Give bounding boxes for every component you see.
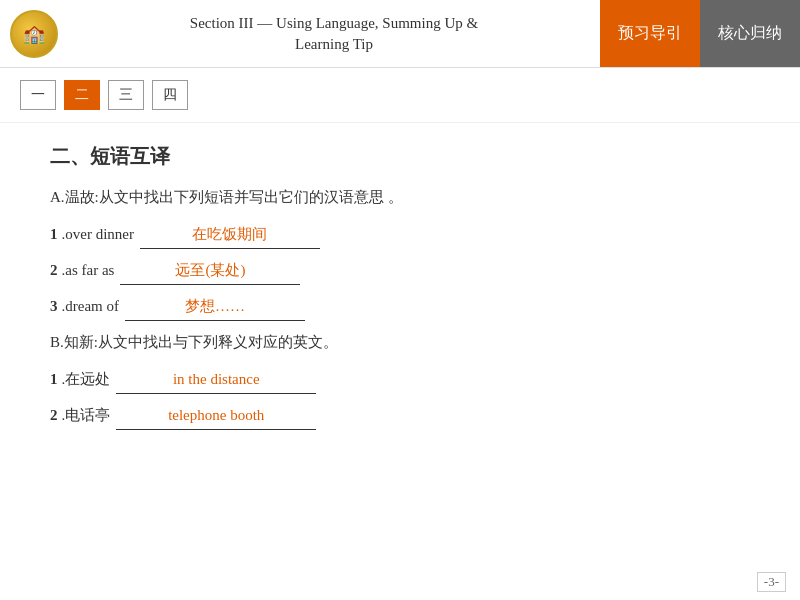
title-line2: Learning Tip bbox=[190, 34, 478, 55]
item-a2-answer: 远至(某处) bbox=[167, 262, 253, 278]
item-b1-prefix: .在远处 bbox=[62, 366, 111, 393]
logo-icon: 🏫 bbox=[10, 10, 58, 58]
page-number: -3- bbox=[757, 572, 786, 592]
exercise-a2: 2 .as far as 远至(某处) bbox=[50, 257, 750, 285]
header-tabs: 预习导引 核心归纳 bbox=[600, 0, 800, 67]
part-a-instruction: A.温故:从文中找出下列短语并写出它们的汉语意思 。 bbox=[50, 184, 750, 211]
nav-btn-4[interactable]: 四 bbox=[152, 80, 188, 110]
nav-btn-3[interactable]: 三 bbox=[108, 80, 144, 110]
item-b2-answer-box: telephone booth bbox=[116, 402, 316, 430]
main-content: 二、短语互译 A.温故:从文中找出下列短语并写出它们的汉语意思 。 1 .ove… bbox=[0, 123, 800, 458]
item-a2-number: 2 bbox=[50, 257, 58, 284]
item-a2-prefix: .as far as bbox=[62, 257, 115, 284]
exercise-b2: 2 .电话亭 telephone booth bbox=[50, 402, 750, 430]
part-b-instruction: B.知新:从文中找出与下列释义对应的英文。 bbox=[50, 329, 750, 356]
header: 🏫 Section III — Using Language, Summing … bbox=[0, 0, 800, 68]
title-line1: Section III — Using Language, Summing Up… bbox=[190, 13, 478, 34]
nav-btn-2[interactable]: 二 bbox=[64, 80, 100, 110]
section-title: 二、短语互译 bbox=[50, 143, 750, 170]
item-b1-number: 1 bbox=[50, 366, 58, 393]
exercise-b1: 1 .在远处 in the distance bbox=[50, 366, 750, 394]
tab-preview[interactable]: 预习导引 bbox=[600, 0, 700, 67]
nav-btn-1[interactable]: 一 bbox=[20, 80, 56, 110]
nav-bar: 一 二 三 四 bbox=[0, 68, 800, 123]
item-b2-number: 2 bbox=[50, 402, 58, 429]
logo: 🏫 bbox=[0, 0, 68, 67]
item-a1-answer: 在吃饭期间 bbox=[184, 226, 275, 242]
item-a1-number: 1 bbox=[50, 221, 58, 248]
exercise-a1: 1 .over dinner 在吃饭期间 bbox=[50, 221, 750, 249]
item-b2-answer: telephone booth bbox=[160, 407, 272, 423]
item-a3-answer: 梦想…… bbox=[177, 298, 253, 314]
item-a1-answer-box: 在吃饭期间 bbox=[140, 221, 320, 249]
item-a2-answer-box: 远至(某处) bbox=[120, 257, 300, 285]
item-b2-prefix: .电话亭 bbox=[62, 402, 111, 429]
header-title: Section III — Using Language, Summing Up… bbox=[68, 0, 600, 67]
item-a3-prefix: .dream of bbox=[62, 293, 119, 320]
item-a1-prefix: .over dinner bbox=[62, 221, 134, 248]
item-b1-answer-box: in the distance bbox=[116, 366, 316, 394]
item-a3-answer-box: 梦想…… bbox=[125, 293, 305, 321]
tab-summary[interactable]: 核心归纳 bbox=[700, 0, 800, 67]
item-a3-number: 3 bbox=[50, 293, 58, 320]
item-b1-answer: in the distance bbox=[165, 371, 268, 387]
exercise-a3: 3 .dream of 梦想…… bbox=[50, 293, 750, 321]
